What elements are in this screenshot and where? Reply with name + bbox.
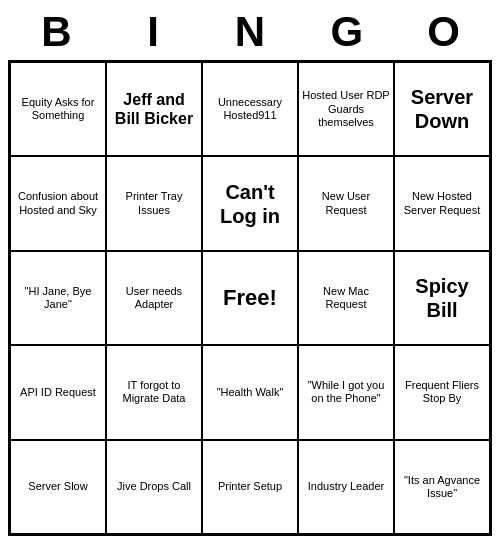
bingo-cell-1[interactable]: Jeff and Bill Bicker: [106, 62, 202, 156]
bingo-cell-14[interactable]: Spicy Bill: [394, 251, 490, 345]
letter-i: I: [105, 8, 202, 56]
bingo-cell-7[interactable]: Can't Log in: [202, 156, 298, 250]
bingo-cell-15[interactable]: API ID Request: [10, 345, 106, 439]
letter-n: N: [202, 8, 299, 56]
bingo-cell-12[interactable]: Free!: [202, 251, 298, 345]
bingo-cell-8[interactable]: New User Request: [298, 156, 394, 250]
letter-b: B: [8, 8, 105, 56]
bingo-cell-4[interactable]: Server Down: [394, 62, 490, 156]
bingo-cell-24[interactable]: "Its an Agvance Issue": [394, 440, 490, 534]
bingo-cell-10[interactable]: "HI Jane, Bye Jane": [10, 251, 106, 345]
bingo-cell-18[interactable]: "While I got you on the Phone": [298, 345, 394, 439]
bingo-cell-17[interactable]: "Health Walk": [202, 345, 298, 439]
bingo-cell-22[interactable]: Printer Setup: [202, 440, 298, 534]
bingo-title: B I N G O: [8, 8, 492, 56]
letter-g: G: [298, 8, 395, 56]
bingo-cell-13[interactable]: New Mac Request: [298, 251, 394, 345]
bingo-cell-2[interactable]: Unnecessary Hosted911: [202, 62, 298, 156]
bingo-cell-11[interactable]: User needs Adapter: [106, 251, 202, 345]
bingo-cell-23[interactable]: Industry Leader: [298, 440, 394, 534]
bingo-cell-5[interactable]: Confusion about Hosted and Sky: [10, 156, 106, 250]
letter-o: O: [395, 8, 492, 56]
bingo-cell-9[interactable]: New Hosted Server Request: [394, 156, 490, 250]
bingo-cell-0[interactable]: Equity Asks for Something: [10, 62, 106, 156]
bingo-cell-16[interactable]: IT forgot to Migrate Data: [106, 345, 202, 439]
bingo-cell-20[interactable]: Server Slow: [10, 440, 106, 534]
bingo-grid: Equity Asks for SomethingJeff and Bill B…: [8, 60, 492, 536]
bingo-cell-6[interactable]: Printer Tray Issues: [106, 156, 202, 250]
bingo-cell-21[interactable]: Jive Drops Call: [106, 440, 202, 534]
bingo-cell-3[interactable]: Hosted User RDP Guards themselves: [298, 62, 394, 156]
bingo-cell-19[interactable]: Frequent Fliers Stop By: [394, 345, 490, 439]
